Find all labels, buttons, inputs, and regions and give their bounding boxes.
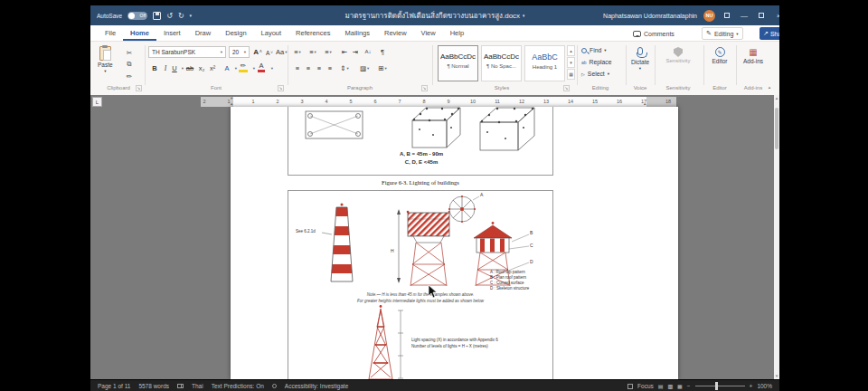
paragraph-dialog-launcher[interactable]: ↘ xyxy=(421,85,428,91)
tab-references[interactable]: References xyxy=(288,25,337,41)
sort-button[interactable]: A↓ xyxy=(363,46,373,57)
undo-icon[interactable]: ↺ xyxy=(166,12,173,20)
borders-button[interactable]: ⊞▾ xyxy=(378,62,387,73)
page-indicator[interactable]: Page 1 of 11 xyxy=(98,383,130,389)
vertical-scrollbar[interactable]: ▲ ▼ xyxy=(774,95,779,379)
language-indicator[interactable]: Thai xyxy=(192,383,203,389)
align-center-button[interactable]: ≡ xyxy=(304,62,313,73)
italic-button[interactable]: I xyxy=(161,62,170,73)
tab-selector[interactable]: L xyxy=(92,97,102,107)
addins-button[interactable]: ▦ Add-ins xyxy=(740,47,767,64)
increase-indent-button[interactable]: ⇥ xyxy=(351,46,360,57)
editor-button[interactable]: ✎ Editor xyxy=(707,47,732,64)
font-size-combo[interactable]: 20▾ xyxy=(229,46,250,58)
styles-scroll-down-button[interactable]: ▾ xyxy=(567,57,575,68)
tab-draw[interactable]: Draw xyxy=(188,25,219,41)
account-name[interactable]: Naphatsawan Udomrattanalaphin xyxy=(603,13,697,19)
shading-button[interactable]: ▨▾ xyxy=(360,62,369,73)
ribbon-collapse-button[interactable]: ▴ xyxy=(765,81,774,92)
styles-gallery-more-button[interactable]: ▦ xyxy=(567,69,575,80)
clipboard-dialog-launcher[interactable]: ↘ xyxy=(136,85,142,91)
strikethrough-button[interactable]: ab xyxy=(185,62,194,73)
text-predictions[interactable]: Text Predictions: On xyxy=(212,383,264,389)
highlight-button[interactable]: ✏ xyxy=(239,62,248,72)
quick-access-chevron-icon[interactable]: ▾ xyxy=(190,12,193,20)
paste-button[interactable]: Paste ▾ xyxy=(98,46,113,73)
left-indent-marker[interactable]: ▴ xyxy=(231,102,232,106)
superscript-button[interactable]: x² xyxy=(208,62,217,73)
text-effects-button[interactable]: A xyxy=(222,62,231,73)
bullets-button[interactable]: ≡▾ xyxy=(293,46,302,57)
zoom-percentage[interactable]: 100% xyxy=(757,383,772,389)
style-card-heading1[interactable]: AaBbC Heading 1 xyxy=(524,45,565,81)
multilevel-list-button[interactable]: ≡▾ xyxy=(324,46,333,57)
tab-design[interactable]: Design xyxy=(218,25,253,41)
style-card-no-spacing[interactable]: AaBbCcDc ¶ No Spac... xyxy=(481,45,522,81)
proofing-icon[interactable] xyxy=(177,384,184,388)
web-layout-icon[interactable]: ▦ xyxy=(677,383,683,389)
tab-view[interactable]: View xyxy=(414,25,443,41)
accessibility-icon[interactable] xyxy=(272,384,277,388)
cut-button[interactable]: ✂ xyxy=(125,47,134,58)
bold-button[interactable]: B xyxy=(150,62,159,73)
tab-mailings[interactable]: Mailings xyxy=(337,25,377,41)
find-button[interactable]: Find ▾ xyxy=(581,47,607,53)
zoom-slider-thumb[interactable] xyxy=(715,382,718,390)
font-color-button[interactable]: A xyxy=(257,62,266,72)
document-page[interactable]: A, B = 45m - 90m C, D, E <45m Figure 6-3… xyxy=(231,107,678,379)
avatar[interactable]: NU xyxy=(703,10,715,22)
minimize-button[interactable]: — xyxy=(739,12,750,20)
read-mode-icon[interactable]: ▤ xyxy=(658,383,664,389)
horizontal-ruler[interactable]: ▾ ▴ ▴ 21123456789101112131415161718 xyxy=(201,97,676,107)
styles-scroll-up-button[interactable]: ▴ xyxy=(567,45,575,56)
copy-button[interactable]: ⧉ xyxy=(125,59,134,70)
font-name-combo[interactable]: TH SarabunPSK▾ xyxy=(148,46,226,58)
save-icon[interactable] xyxy=(153,12,161,20)
subscript-button[interactable]: x₂ xyxy=(197,62,206,73)
tab-file[interactable]: File xyxy=(98,25,123,41)
tab-help[interactable]: Help xyxy=(443,25,471,41)
zoom-in-button[interactable]: + xyxy=(750,383,753,389)
styles-dialog-launcher[interactable]: ↘ xyxy=(563,85,570,91)
dictate-button[interactable]: Dictate ▾ xyxy=(627,47,653,71)
focus-icon[interactable] xyxy=(627,384,633,389)
change-case-button[interactable]: Aa▾ xyxy=(276,46,287,57)
line-spacing-button[interactable]: ⇕▾ xyxy=(340,62,349,73)
tab-home[interactable]: Home xyxy=(123,25,156,41)
close-button[interactable]: × xyxy=(773,12,779,20)
restore-button[interactable] xyxy=(756,12,767,20)
align-left-button[interactable]: ≡ xyxy=(293,62,302,73)
ribbon-display-options-icon[interactable] xyxy=(722,12,732,20)
align-right-button[interactable]: ≡ xyxy=(315,62,324,73)
scrollbar-thumb[interactable] xyxy=(775,108,778,149)
print-layout-icon[interactable]: ▥ xyxy=(667,383,673,389)
document-title-area[interactable]: มาตรฐานการติดตั้งไฟเตือนสิ่งกีดขวางบนอาค… xyxy=(344,5,524,25)
font-color-chevron[interactable]: ▾ xyxy=(268,62,277,73)
style-card-normal[interactable]: AaBbCcDc ¶ Normal xyxy=(438,45,478,81)
word-count[interactable]: 5578 words xyxy=(138,383,169,389)
editing-mode-button[interactable]: ✎ Editing ▾ xyxy=(702,27,743,40)
focus-button[interactable]: Focus xyxy=(637,383,654,389)
format-painter-button[interactable]: ✏ xyxy=(125,71,134,81)
show-marks-button[interactable]: ¶ xyxy=(378,46,387,57)
numbering-button[interactable]: ≡▾ xyxy=(308,46,317,57)
zoom-out-button[interactable]: − xyxy=(687,383,691,389)
decrease-indent-button[interactable]: ⇤ xyxy=(340,46,349,57)
comments-button[interactable]: Comments xyxy=(633,27,675,40)
font-dialog-launcher[interactable]: ↘ xyxy=(278,85,284,91)
scroll-up-icon[interactable]: ▲ xyxy=(774,96,779,100)
scroll-down-icon[interactable]: ▼ xyxy=(774,374,779,378)
zoom-slider[interactable] xyxy=(695,386,745,386)
first-line-indent-marker[interactable]: ▾ xyxy=(231,97,232,100)
select-button[interactable]: ▷ Select ▾ xyxy=(581,71,609,77)
shrink-font-button[interactable]: A˅ xyxy=(265,47,274,58)
grow-font-button[interactable]: A˄ xyxy=(253,46,262,57)
share-button[interactable]: ↗ Share xyxy=(760,27,779,40)
replace-button[interactable]: ab Replace xyxy=(581,59,612,65)
tab-layout[interactable]: Layout xyxy=(254,25,289,41)
tab-review[interactable]: Review xyxy=(377,25,414,41)
autosave-toggle[interactable]: Off xyxy=(127,12,147,20)
tab-insert[interactable]: Insert xyxy=(156,25,188,41)
justify-button[interactable]: ≡ xyxy=(326,62,335,73)
sensitivity-button[interactable]: Sensitivity xyxy=(660,47,696,63)
